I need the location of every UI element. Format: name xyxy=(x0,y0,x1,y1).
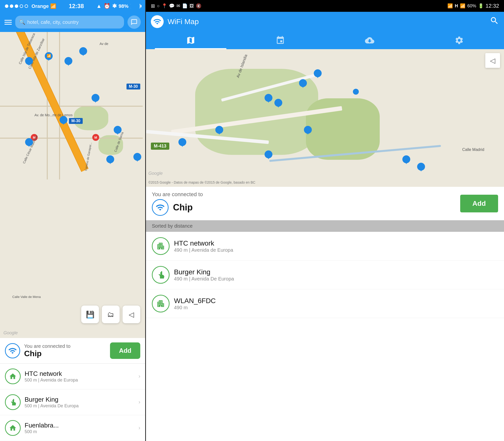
ios-time: 12:38 xyxy=(69,3,84,10)
signal-dot-2 xyxy=(10,4,13,8)
map-area-left[interactable]: M-30 M-30 M M Calle Isla de Tabaraca Cal… xyxy=(0,32,145,338)
list-sub-bk-left: 500 m | Avenida De Europa xyxy=(25,403,134,409)
wifi-pin-6[interactable] xyxy=(59,115,68,126)
app-title: WiFi Map xyxy=(168,17,486,26)
wifi-pin-2[interactable] xyxy=(25,57,34,67)
android-icon-circle: ○ xyxy=(157,3,160,9)
ios-search-bar[interactable]: 🔍 hotel, cafe, city, country xyxy=(15,16,124,29)
connected-name-right: Chip xyxy=(173,202,193,213)
search-placeholder: hotel, cafe, city, country xyxy=(27,19,79,25)
chevron-htc-left: › xyxy=(138,373,140,379)
google-logo-right: Google xyxy=(148,171,163,176)
r-wifi-pin-1[interactable] xyxy=(313,69,322,80)
android-icon-whatsapp: 💬 xyxy=(169,3,174,9)
right-bottom-panel: You are connected to Chip Add Sorted by … xyxy=(146,187,504,441)
right-panel: ⊞ ○ 📍 💬 ✉ 📄 🖼 🔇 📶 H 📶 60% 🔋 12:32 WiFi M… xyxy=(145,0,504,441)
location-icon: ▲ xyxy=(96,3,102,9)
list-name-3-left: Fuenlabra... xyxy=(25,422,134,429)
add-button-right[interactable]: Add xyxy=(460,195,498,212)
connected-info-left: You are connected to Chip xyxy=(24,343,106,358)
r-wifi-pin-3[interactable] xyxy=(264,94,273,104)
list-icon-home-2 xyxy=(5,420,21,436)
connected-row-right: You are connected to Chip Add xyxy=(146,187,504,220)
tab-favorites[interactable] xyxy=(235,32,325,49)
save-map-button[interactable]: 💾 xyxy=(81,306,99,323)
ios-status-bar: Orange 📶 12:38 ▲ ⏰ ✱ 98% xyxy=(0,0,145,12)
tab-map[interactable] xyxy=(146,32,235,49)
tab-download[interactable] xyxy=(325,32,415,49)
sorted-by-bar: Sorted by distance xyxy=(146,220,504,232)
wlan-name-right: WLAN_6FDC xyxy=(174,297,216,305)
wifi-pin-8[interactable] xyxy=(113,125,122,136)
android-wifi-icon: 📶 xyxy=(447,3,453,9)
chat-button[interactable] xyxy=(127,16,141,29)
wifi-pin-4[interactable] xyxy=(64,57,73,67)
list-item-3-left[interactable]: Fuenlabra... 500 m › xyxy=(0,415,145,441)
battery-ios xyxy=(130,4,140,8)
htc-name-right: HTC network xyxy=(174,239,233,247)
wifi-pin-1[interactable]: 📶 xyxy=(44,52,53,63)
list-item-bk-right[interactable]: Burger King 490 m | Avenida De Europa xyxy=(146,261,504,289)
map-copyright: ©2015 Google - Datos de mapas de ©2015 d… xyxy=(148,180,255,184)
r-wifi-pin-4[interactable] xyxy=(274,98,283,109)
r-wifi-pin-2[interactable] xyxy=(299,79,307,90)
r-wifi-pin-10[interactable] xyxy=(417,162,425,173)
htc-sub-right: 490 m | Avenida de Europa xyxy=(174,247,233,253)
signal-dot-3 xyxy=(15,4,18,8)
street-label-4: Calle Valle de Mena xyxy=(12,295,41,299)
bluetooth-icon: ✱ xyxy=(112,3,117,9)
wifi-pin-10[interactable] xyxy=(133,152,142,163)
android-time: 12:32 xyxy=(486,3,499,9)
connected-label-left: You are connected to xyxy=(24,343,106,349)
navigate-button[interactable]: ◁ xyxy=(123,306,140,323)
r-wifi-pin-8[interactable] xyxy=(264,150,273,161)
list-item-htc-left[interactable]: HTC network 500 m | Avenida de Europa › xyxy=(0,363,145,389)
svg-point-15 xyxy=(353,89,359,95)
bk-name-right: Burger King xyxy=(174,268,234,276)
android-icon-plus: ⊞ xyxy=(151,3,155,9)
tab-settings[interactable] xyxy=(414,32,504,49)
android-battery-icon: 🔋 xyxy=(478,3,484,9)
list-text-3-left: Fuenlabra... 500 m xyxy=(25,422,134,434)
list-item-bk-left[interactable]: Burger King 500 m | Avenida De Europa › xyxy=(0,389,145,415)
r-wifi-pin-6[interactable] xyxy=(303,125,312,136)
navigate-button-right[interactable]: ◁ xyxy=(485,53,500,68)
connected-wifi-icon xyxy=(5,343,20,358)
list-icon-building-2 xyxy=(152,295,169,313)
android-icon-img: 🖼 xyxy=(189,3,194,9)
chevron-3-left: › xyxy=(138,425,140,431)
android-h-icon: H xyxy=(455,3,458,9)
toolbar-search-button[interactable] xyxy=(490,16,499,27)
left-panel: Orange 📶 12:38 ▲ ⏰ ✱ 98% 🔍 hotel, cafe, … xyxy=(0,0,145,441)
wifi-pin-9[interactable] xyxy=(106,155,115,166)
r-wifi-dot-1[interactable] xyxy=(353,89,359,95)
battery-label: 98% xyxy=(119,3,128,9)
android-status-icons: ⊞ ○ 📍 💬 ✉ 📄 🖼 🔇 xyxy=(151,3,201,9)
r-wifi-pin-9[interactable] xyxy=(402,155,411,166)
android-status-right-icons: 📶 H 📶 60% 🔋 12:32 xyxy=(447,3,499,9)
app-logo xyxy=(151,15,164,28)
road-label-m413: M-413 xyxy=(151,142,169,150)
wifi-pin-7[interactable] xyxy=(25,138,34,148)
list-icon-building-1 xyxy=(152,237,169,255)
list-item-wlan-right[interactable]: WLAN_6FDC 490 m xyxy=(146,289,504,318)
connected-label-right: You are connected to xyxy=(152,191,456,198)
layers-button[interactable]: 🗂 xyxy=(102,306,120,323)
list-item-htc-right[interactable]: HTC network 490 m | Avenida de Europa xyxy=(146,232,504,261)
wifi-pin-5[interactable] xyxy=(91,94,100,104)
wlan-sub-right: 490 m xyxy=(174,305,216,311)
android-signal-icon: 📶 xyxy=(460,3,465,9)
list-text-htc-right: HTC network 490 m | Avenida de Europa xyxy=(174,239,233,253)
map-area-right[interactable]: M-413 Av de Islandia Calle Madrid ◁ Goog… xyxy=(146,49,504,187)
r-wifi-pin-7[interactable] xyxy=(178,138,187,148)
list-text-bk-left: Burger King 500 m | Avenida De Europa xyxy=(25,396,134,409)
r-wifi-pin-5[interactable] xyxy=(215,125,224,136)
add-button-left[interactable]: Add xyxy=(110,342,140,359)
wifi-pin-3[interactable] xyxy=(79,47,88,58)
list-text-htc-left: HTC network 500 m | Avenida de Europa xyxy=(25,370,134,383)
signal-dot-4 xyxy=(20,4,23,8)
hamburger-menu-button[interactable] xyxy=(4,20,12,25)
android-icon-mute: 🔇 xyxy=(196,3,201,9)
metro-icon-1: M xyxy=(92,134,99,141)
android-icon-doc: 📄 xyxy=(182,3,187,9)
